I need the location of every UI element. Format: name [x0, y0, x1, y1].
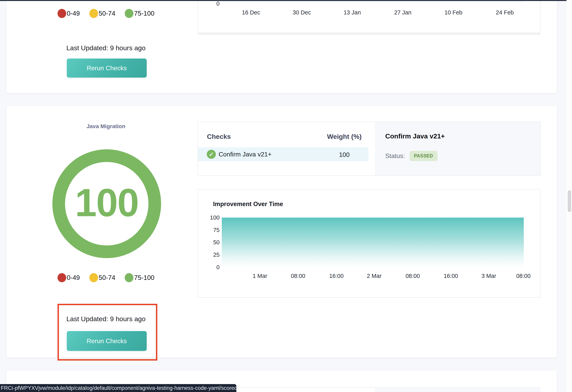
- legend-label: 0-49: [67, 274, 80, 281]
- scorecard-card-java-migration: Java Migration 100 0-49 50-74 75-100 Las…: [6, 106, 557, 358]
- legend-red-dot-icon: [58, 273, 66, 282]
- scorecard-title: Java Migration: [6, 123, 206, 130]
- checks-column-header: Checks: [207, 133, 231, 140]
- score-value: 100: [75, 183, 138, 222]
- trend-chart-x-tick: 30 Dec: [293, 9, 311, 16]
- score-legend: 0-49 50-74 75-100: [6, 273, 206, 282]
- trend-chart-x-tick: 27 Jan: [394, 9, 411, 16]
- improvement-x-tick: 3 Mar: [481, 273, 496, 279]
- legend-label: 50-74: [99, 10, 115, 17]
- legend-label: 75-100: [134, 274, 154, 281]
- trend-chart-x-tick: 16 Dec: [242, 9, 260, 16]
- improvement-y-tick: 75: [198, 227, 220, 233]
- legend-label: 50-74: [99, 274, 115, 281]
- legend-green-dot-icon: [125, 9, 133, 18]
- improvement-x-tick: 16:00: [444, 273, 458, 279]
- check-detail-title: Confirm Java v21+: [385, 132, 445, 140]
- legend-label: 0-49: [67, 10, 80, 17]
- improvement-area-series: [222, 218, 524, 267]
- legend-green-dot-icon: [125, 273, 133, 282]
- checks-panel: Checks Weight (%) ✓ Confirm Java v21+ 10…: [198, 122, 540, 176]
- scorecard-card-previous: 0-49 50-74 75-100 Last Updated: 9 hours …: [6, 1, 557, 93]
- page-scrollbar-thumb[interactable]: [568, 190, 571, 212]
- legend-yellow-dot-icon: [89, 273, 98, 282]
- score-legend: 0-49 50-74 75-100: [6, 9, 206, 18]
- last-updated-text: Last Updated: 9 hours ago: [6, 315, 206, 323]
- check-name: Confirm Java v21+: [219, 151, 271, 158]
- trend-chart-container: 0 16 Dec 30 Dec 13 Jan 27 Jan 10 Feb 24 …: [198, 1, 540, 33]
- legend-item-high: 75-100: [125, 9, 154, 18]
- score-gauge-ring: 100: [52, 149, 161, 258]
- legend-label: 75-100: [134, 10, 154, 17]
- legend-item-low: 0-49: [58, 9, 80, 18]
- legend-item-medium: 50-74: [89, 273, 115, 282]
- improvement-chart-title: Improvement Over Time: [213, 200, 283, 208]
- legend-yellow-dot-icon: [89, 9, 98, 18]
- trend-chart-x-tick: 24 Feb: [496, 9, 514, 16]
- link-preview-status-bar: FRCi-pfWPYXVjvw/module/idp/catalog/defau…: [0, 384, 236, 392]
- legend-red-dot-icon: [58, 9, 66, 18]
- chart-horizontal-scrollbar[interactable]: [198, 33, 540, 35]
- check-detail-panel: Confirm Java v21+ Status: PASSED: [375, 122, 540, 175]
- rerun-checks-button[interactable]: Rerun Checks: [67, 59, 147, 78]
- improvement-y-tick: 50: [198, 239, 220, 246]
- improvement-x-tick: 2 Mar: [367, 273, 381, 279]
- legend-item-low: 0-49: [58, 273, 80, 282]
- improvement-y-tick: 100: [198, 214, 220, 221]
- weight-column-header: Weight (%): [327, 133, 362, 140]
- status-label: Status:: [385, 152, 405, 160]
- legend-item-high: 75-100: [125, 273, 154, 282]
- check-status-row: Status: PASSED: [385, 151, 437, 161]
- trend-chart-x-tick: 13 Jan: [344, 9, 361, 16]
- legend-item-medium: 50-74: [89, 9, 115, 18]
- status-badge: PASSED: [410, 151, 437, 161]
- improvement-y-tick: 0: [198, 264, 220, 271]
- improvement-x-tick: 08:00: [291, 273, 305, 279]
- trend-chart-area-bottom: [222, 1, 524, 3]
- next-card-detail-panel: [375, 388, 540, 392]
- check-passed-icon: ✓: [207, 150, 216, 159]
- improvement-x-tick: 16:00: [329, 273, 344, 279]
- improvement-x-tick: 1 Mar: [253, 273, 267, 279]
- improvement-x-tick: 08:00: [516, 273, 531, 279]
- check-weight-value: 100: [339, 151, 350, 158]
- trend-chart-y-tick: 0: [198, 0, 220, 7]
- rerun-checks-button[interactable]: Rerun Checks: [67, 331, 147, 351]
- improvement-y-tick: 25: [198, 252, 220, 258]
- improvement-chart-container: Improvement Over Time 100 75 50 25 0 1 M…: [198, 189, 540, 298]
- last-updated-text: Last Updated: 9 hours ago: [6, 44, 206, 52]
- improvement-x-tick: 08:00: [406, 273, 420, 279]
- trend-chart-x-tick: 10 Feb: [445, 9, 462, 16]
